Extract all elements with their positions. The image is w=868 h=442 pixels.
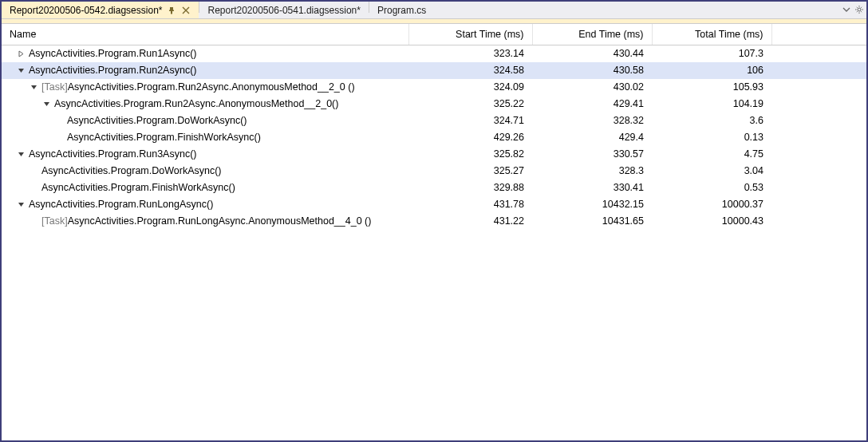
window: Report20200506-0542.diagsession*Report20… [0,0,868,442]
cell-end: 429.4 [532,129,652,146]
cell-total: 105.93 [652,79,771,96]
cell-name: AsyncActivities.Program.DoWorkAsync() [2,112,408,129]
table-row[interactable]: AsyncActivities.Program.Run3Async()325.8… [2,146,866,163]
task-prefix: [Task] [41,215,68,227]
cell-start: 324.71 [408,112,532,129]
cell-name: AsyncActivities.Program.FinishWorkAsync(… [2,129,408,146]
cell-name: [Task] AsyncActivities.Program.Run2Async… [2,79,408,96]
async-activity-table: Name Start Time (ms) End Time (ms) Total… [2,24,866,230]
collapse-icon[interactable] [29,82,38,92]
cell-end: 10431.65 [532,213,652,230]
collapse-icon[interactable] [16,199,26,209]
cell-pad [771,112,866,129]
activity-name: AsyncActivities.Program.Run2Async.Anonym… [54,98,338,109]
collapse-icon[interactable] [41,99,51,109]
settings-gear-icon[interactable] [855,5,863,16]
cell-name: [Task] AsyncActivities.Program.RunLongAs… [2,213,408,230]
cell-end: 429.41 [532,96,652,112]
column-header-start-time[interactable]: Start Time (ms) [408,24,532,45]
cell-start: 431.22 [408,213,532,230]
cell-end: 430.44 [532,45,652,62]
task-prefix: [Task] [41,81,68,93]
cell-name: AsyncActivities.Program.DoWorkAsync() [2,163,408,180]
cell-total: 4.75 [652,146,771,163]
cell-pad [771,163,866,180]
activity-name: AsyncActivities.Program.Run3Async() [29,148,196,160]
activity-name: AsyncActivities.Program.FinishWorkAsync(… [41,182,235,193]
cell-pad [771,96,866,112]
cell-start: 323.14 [408,45,532,62]
cell-start: 325.22 [408,96,532,112]
table-row[interactable]: AsyncActivities.Program.Run1Async()323.1… [2,45,866,62]
table-row[interactable]: AsyncActivities.Program.FinishWorkAsync(… [2,180,866,196]
close-icon[interactable] [181,6,191,15]
cell-start: 324.09 [408,79,532,96]
report-content: Name Start Time (ms) End Time (ms) Total… [2,24,866,440]
cell-total: 104.19 [652,96,771,112]
document-tab[interactable]: Report20200506-0542.diagsession* [2,2,199,18]
pin-icon[interactable] [167,6,176,15]
table-row[interactable]: AsyncActivities.Program.DoWorkAsync()324… [2,112,866,129]
cell-name: AsyncActivities.Program.Run2Async() [2,62,408,79]
activity-name: AsyncActivities.Program.RunLongAsync() [29,199,213,210]
cell-start: 325.82 [408,146,532,163]
cell-end: 328.32 [532,112,652,129]
cell-end: 430.02 [532,79,652,96]
cell-name: AsyncActivities.Program.Run2Async.Anonym… [2,96,408,112]
cell-pad [771,146,866,163]
table-header-row: Name Start Time (ms) End Time (ms) Total… [2,24,866,45]
expand-icon[interactable] [16,49,26,58]
activity-name: AsyncActivities.Program.Run1Async() [29,48,196,59]
cell-name: AsyncActivities.Program.RunLongAsync() [2,196,408,213]
cell-total: 0.13 [652,129,771,146]
tab-label: Report20200506-0541.diagsession* [207,5,360,16]
column-header-name[interactable]: Name [2,24,408,45]
column-header-total-time[interactable]: Total Time (ms) [652,24,771,45]
table-row[interactable]: AsyncActivities.Program.Run2Async()324.5… [2,62,866,79]
cell-total: 10000.37 [652,196,771,213]
activity-name: AsyncActivities.Program.Run2Async.Anonym… [68,81,355,93]
activity-name: AsyncActivities.Program.Run2Async() [29,65,196,76]
document-tab[interactable]: Program.cs [369,2,434,18]
cell-start: 431.78 [408,196,532,213]
table-row[interactable]: [Task] AsyncActivities.Program.Run2Async… [2,79,866,96]
cell-end: 328.3 [532,163,652,180]
cell-name: AsyncActivities.Program.FinishWorkAsync(… [2,180,408,196]
cell-pad [771,79,866,96]
svg-point-0 [858,8,861,11]
cell-name: AsyncActivities.Program.Run3Async() [2,146,408,163]
table-row[interactable]: AsyncActivities.Program.RunLongAsync()43… [2,196,866,213]
activity-name: AsyncActivities.Program.DoWorkAsync() [41,165,222,176]
cell-start: 325.27 [408,163,532,180]
column-header-pad [771,24,866,45]
cell-pad [771,196,866,213]
tab-label: Program.cs [377,5,426,16]
table-row[interactable]: AsyncActivities.Program.FinishWorkAsync(… [2,129,866,146]
activity-name: AsyncActivities.Program.FinishWorkAsync(… [67,132,261,143]
collapse-icon[interactable] [16,65,26,75]
collapse-icon[interactable] [16,149,26,159]
table-row[interactable]: AsyncActivities.Program.DoWorkAsync()325… [2,163,866,180]
table-row[interactable]: [Task] AsyncActivities.Program.RunLongAs… [2,213,866,230]
cell-total: 3.6 [652,112,771,129]
tab-overflow-dropdown-icon[interactable] [842,5,850,16]
activity-name: AsyncActivities.Program.RunLongAsync.Ano… [68,215,372,227]
cell-pad [771,129,866,146]
document-tab[interactable]: Report20200506-0541.diagsession* [199,2,368,18]
cell-total: 106 [652,62,771,79]
cell-total: 10000.43 [652,213,771,230]
tab-label: Report20200506-0542.diagsession* [10,5,162,16]
cell-end: 330.57 [532,146,652,163]
cell-pad [771,213,866,230]
cell-end: 10432.15 [532,196,652,213]
cell-total: 0.53 [652,180,771,196]
cell-end: 430.58 [532,62,652,79]
table-row[interactable]: AsyncActivities.Program.Run2Async.Anonym… [2,96,866,112]
cell-pad [771,62,866,79]
cell-total: 3.04 [652,163,771,180]
cell-total: 107.3 [652,45,771,62]
tab-strip: Report20200506-0542.diagsession*Report20… [2,2,866,19]
cell-start: 429.26 [408,129,532,146]
column-header-end-time[interactable]: End Time (ms) [532,24,652,45]
cell-pad [771,45,866,62]
